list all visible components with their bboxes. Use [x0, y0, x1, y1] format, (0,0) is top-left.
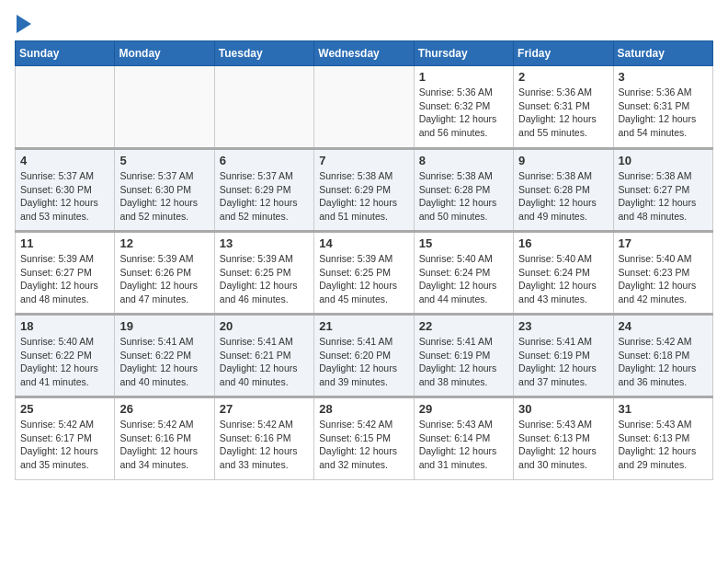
calendar-cell: 10Sunrise: 5:38 AM Sunset: 6:27 PM Dayli…: [613, 149, 712, 232]
calendar-cell: 26Sunrise: 5:42 AM Sunset: 6:16 PM Dayli…: [115, 397, 214, 480]
calendar-cell: 25Sunrise: 5:42 AM Sunset: 6:17 PM Dayli…: [16, 397, 115, 480]
day-number: 20: [220, 319, 309, 333]
calendar-cell: [314, 66, 414, 149]
day-number: 22: [419, 319, 508, 333]
day-number: 15: [419, 236, 508, 250]
cell-content: Sunrise: 5:42 AM Sunset: 6:17 PM Dayligh…: [20, 418, 109, 472]
col-header-tuesday: Tuesday: [214, 41, 313, 66]
day-number: 9: [518, 154, 608, 167]
cell-content: Sunrise: 5:42 AM Sunset: 6:15 PM Dayligh…: [319, 418, 408, 472]
calendar-cell: 7Sunrise: 5:38 AM Sunset: 6:29 PM Daylig…: [314, 149, 414, 232]
calendar-cell: 6Sunrise: 5:37 AM Sunset: 6:29 PM Daylig…: [214, 149, 313, 232]
day-number: 27: [220, 402, 309, 416]
calendar-week-row: 18Sunrise: 5:40 AM Sunset: 6:22 PM Dayli…: [16, 315, 713, 397]
calendar-header-row: SundayMondayTuesdayWednesdayThursdayFrid…: [16, 41, 713, 66]
calendar-cell: 27Sunrise: 5:42 AM Sunset: 6:16 PM Dayli…: [214, 397, 313, 480]
cell-content: Sunrise: 5:37 AM Sunset: 6:29 PM Dayligh…: [220, 169, 309, 224]
cell-content: Sunrise: 5:41 AM Sunset: 6:19 PM Dayligh…: [518, 335, 608, 389]
logo-arrow-icon: [17, 15, 31, 33]
calendar-cell: 22Sunrise: 5:41 AM Sunset: 6:19 PM Dayli…: [414, 315, 513, 397]
calendar-cell: 3Sunrise: 5:36 AM Sunset: 6:31 PM Daylig…: [613, 66, 712, 149]
cell-content: Sunrise: 5:39 AM Sunset: 6:25 PM Dayligh…: [319, 252, 408, 306]
calendar-cell: 29Sunrise: 5:43 AM Sunset: 6:14 PM Dayli…: [414, 397, 513, 480]
cell-content: Sunrise: 5:36 AM Sunset: 6:32 PM Dayligh…: [419, 86, 508, 140]
day-number: 5: [119, 154, 209, 167]
page-header: [15, 15, 713, 33]
calendar-cell: 8Sunrise: 5:38 AM Sunset: 6:28 PM Daylig…: [414, 149, 513, 232]
col-header-thursday: Thursday: [414, 41, 513, 66]
cell-content: Sunrise: 5:43 AM Sunset: 6:13 PM Dayligh…: [518, 418, 608, 472]
col-header-sunday: Sunday: [16, 41, 115, 66]
cell-content: Sunrise: 5:42 AM Sunset: 6:18 PM Dayligh…: [619, 335, 708, 389]
calendar-cell: 2Sunrise: 5:36 AM Sunset: 6:31 PM Daylig…: [514, 66, 613, 149]
cell-content: Sunrise: 5:41 AM Sunset: 6:20 PM Dayligh…: [319, 335, 408, 389]
calendar-cell: 9Sunrise: 5:38 AM Sunset: 6:28 PM Daylig…: [514, 149, 613, 232]
day-number: 24: [619, 319, 708, 333]
calendar-cell: 19Sunrise: 5:41 AM Sunset: 6:22 PM Dayli…: [115, 315, 214, 397]
cell-content: Sunrise: 5:42 AM Sunset: 6:16 PM Dayligh…: [119, 418, 209, 472]
cell-content: Sunrise: 5:41 AM Sunset: 6:21 PM Dayligh…: [220, 335, 309, 389]
day-number: 8: [419, 154, 508, 167]
cell-content: Sunrise: 5:36 AM Sunset: 6:31 PM Dayligh…: [619, 86, 708, 140]
col-header-monday: Monday: [115, 41, 214, 66]
day-number: 19: [119, 319, 209, 333]
calendar-cell: [214, 66, 313, 149]
logo: [15, 15, 31, 33]
day-number: 3: [619, 70, 708, 84]
cell-content: Sunrise: 5:38 AM Sunset: 6:28 PM Dayligh…: [419, 169, 508, 224]
calendar-cell: 18Sunrise: 5:40 AM Sunset: 6:22 PM Dayli…: [16, 315, 115, 397]
day-number: 16: [518, 236, 608, 250]
calendar-week-row: 11Sunrise: 5:39 AM Sunset: 6:27 PM Dayli…: [16, 232, 713, 315]
calendar-week-row: 4Sunrise: 5:37 AM Sunset: 6:30 PM Daylig…: [16, 149, 713, 232]
col-header-friday: Friday: [514, 41, 613, 66]
day-number: 30: [518, 402, 608, 416]
cell-content: Sunrise: 5:39 AM Sunset: 6:27 PM Dayligh…: [20, 252, 109, 306]
day-number: 6: [220, 154, 309, 167]
calendar-cell: 20Sunrise: 5:41 AM Sunset: 6:21 PM Dayli…: [214, 315, 313, 397]
day-number: 28: [319, 402, 408, 416]
calendar-cell: 31Sunrise: 5:43 AM Sunset: 6:13 PM Dayli…: [613, 397, 712, 480]
calendar-cell: 17Sunrise: 5:40 AM Sunset: 6:23 PM Dayli…: [613, 232, 712, 315]
day-number: 4: [20, 154, 109, 167]
calendar-cell: 1Sunrise: 5:36 AM Sunset: 6:32 PM Daylig…: [414, 66, 513, 149]
day-number: 18: [20, 319, 109, 333]
day-number: 25: [20, 402, 109, 416]
cell-content: Sunrise: 5:37 AM Sunset: 6:30 PM Dayligh…: [119, 169, 209, 224]
calendar-table: SundayMondayTuesdayWednesdayThursdayFrid…: [15, 40, 713, 480]
day-number: 26: [119, 402, 209, 416]
cell-content: Sunrise: 5:43 AM Sunset: 6:14 PM Dayligh…: [419, 418, 508, 472]
cell-content: Sunrise: 5:39 AM Sunset: 6:25 PM Dayligh…: [220, 252, 309, 306]
cell-content: Sunrise: 5:38 AM Sunset: 6:29 PM Dayligh…: [319, 169, 408, 224]
col-header-saturday: Saturday: [613, 41, 712, 66]
cell-content: Sunrise: 5:40 AM Sunset: 6:22 PM Dayligh…: [20, 335, 109, 389]
day-number: 12: [119, 236, 209, 250]
day-number: 10: [619, 154, 708, 167]
calendar-cell: [115, 66, 214, 149]
calendar-cell: 23Sunrise: 5:41 AM Sunset: 6:19 PM Dayli…: [514, 315, 613, 397]
day-number: 14: [319, 236, 408, 250]
calendar-cell: 28Sunrise: 5:42 AM Sunset: 6:15 PM Dayli…: [314, 397, 414, 480]
cell-content: Sunrise: 5:42 AM Sunset: 6:16 PM Dayligh…: [220, 418, 309, 472]
day-number: 7: [319, 154, 408, 167]
col-header-wednesday: Wednesday: [314, 41, 414, 66]
cell-content: Sunrise: 5:40 AM Sunset: 6:24 PM Dayligh…: [518, 252, 608, 306]
calendar-cell: [16, 66, 115, 149]
day-number: 17: [619, 236, 708, 250]
calendar-cell: 21Sunrise: 5:41 AM Sunset: 6:20 PM Dayli…: [314, 315, 414, 397]
day-number: 13: [220, 236, 309, 250]
day-number: 29: [419, 402, 508, 416]
day-number: 1: [419, 70, 508, 84]
calendar-week-row: 1Sunrise: 5:36 AM Sunset: 6:32 PM Daylig…: [16, 66, 713, 149]
calendar-week-row: 25Sunrise: 5:42 AM Sunset: 6:17 PM Dayli…: [16, 397, 713, 480]
calendar-cell: 16Sunrise: 5:40 AM Sunset: 6:24 PM Dayli…: [514, 232, 613, 315]
calendar-cell: 12Sunrise: 5:39 AM Sunset: 6:26 PM Dayli…: [115, 232, 214, 315]
calendar-cell: 14Sunrise: 5:39 AM Sunset: 6:25 PM Dayli…: [314, 232, 414, 315]
cell-content: Sunrise: 5:37 AM Sunset: 6:30 PM Dayligh…: [20, 169, 109, 224]
calendar-cell: 13Sunrise: 5:39 AM Sunset: 6:25 PM Dayli…: [214, 232, 313, 315]
cell-content: Sunrise: 5:41 AM Sunset: 6:19 PM Dayligh…: [419, 335, 508, 389]
calendar-cell: 24Sunrise: 5:42 AM Sunset: 6:18 PM Dayli…: [613, 315, 712, 397]
day-number: 23: [518, 319, 608, 333]
cell-content: Sunrise: 5:41 AM Sunset: 6:22 PM Dayligh…: [119, 335, 209, 389]
day-number: 21: [319, 319, 408, 333]
day-number: 2: [518, 70, 608, 84]
